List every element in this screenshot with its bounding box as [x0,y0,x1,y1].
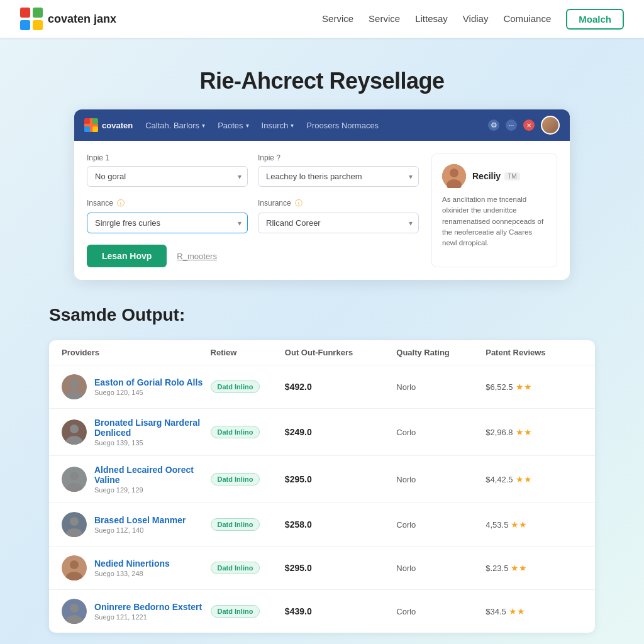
provider-info: Aldned Lecaired Oorect Valine Suego 129,… [94,465,211,494]
svg-point-15 [70,425,79,433]
provider-avatar [62,599,87,624]
form-group-input1: Inpie 1 No goral [87,153,248,187]
quality-cell: Corlo [396,520,486,530]
table-row[interactable]: Easton of Gorial Rolo Alls Suego 120, 14… [49,365,595,409]
provider-avatar [62,374,87,399]
panel-nav-1[interactable]: Paotes ▾ [218,121,248,130]
form-row-1: Inpie 1 No goral Inpie ? Leachey lo ther… [87,153,419,187]
more-icon[interactable]: ··· [506,119,517,131]
provider-cell: Aldned Lecaired Oorect Valine Suego 129,… [62,465,211,494]
input1-select[interactable]: No goral [87,166,248,187]
logo-text: covaten janx [48,13,116,26]
quality-cell: Norlo [396,475,486,484]
provider-name[interactable]: Brased Losel Manmer [94,515,186,525]
review-value: $6,52.5 [486,382,513,392]
nav-item-4[interactable]: Comuiance [503,13,551,24]
table-row[interactable]: Oninrere Bedorno Exstert Suego 121, 1221… [49,590,595,633]
input2-label: Inpie ? [258,153,419,162]
provider-avatar [62,419,87,445]
star-rating: ★★ [509,606,525,616]
provider-sub: Suego 120, 145 [94,389,203,396]
svg-point-18 [70,472,79,480]
insurance1-select[interactable]: Sinrgle fres curies [87,213,248,233]
table-row[interactable]: Brased Losel Manmer Suego 11Z, 140 Datd … [49,503,595,547]
close-icon[interactable]: ✕ [523,119,535,131]
search-panel: covaten Caltah. Barlors ▾ Paotes ▾ Insur… [74,109,570,280]
svg-point-12 [70,379,79,388]
reviews-cell: 4,53.5 ★★ [486,519,582,530]
status-badge: Datd Inlino [211,380,260,393]
col-header-reviews: Patent Reviews [486,348,582,357]
insurance1-select-wrapper: Sinrgle fres curies [87,213,248,233]
form-group-insurance2: Insurance ⓘ Rlicand Coreer [258,198,419,233]
reviews-cell: $34.5 ★★ [486,606,582,616]
price-cell: $439.0 [285,606,396,616]
svg-rect-1 [33,8,43,18]
chevron-icon-0: ▾ [202,122,205,129]
insurance1-label: Insance ⓘ [87,198,248,209]
panel-logo: covaten [84,118,133,132]
provider-sub: Suego 11Z, 140 [94,526,186,534]
status-cell: Datd Inlino [211,605,285,618]
status-badge: Datd Inlino [211,426,260,438]
panel-logo-icon [84,118,98,132]
panel-nav-2[interactable]: Insurch ▾ [262,121,294,130]
table-body: Easton of Gorial Rolo Alls Suego 120, 14… [49,365,595,633]
provider-name[interactable]: Bronated Lisarg Narderal Denliced [94,418,211,438]
status-badge: Datd Inlino [211,562,260,574]
provider-name[interactable]: Aldned Lecaired Oorect Valine [94,465,211,485]
price-cell: $295.0 [285,474,396,484]
panel-nav-0[interactable]: Caltah. Barlors ▾ [145,121,205,130]
input2-select-wrapper: Leachey lo theris parchem [258,166,419,187]
search-button[interactable]: Lesan Hovp [87,245,167,267]
review-value: 4,53.5 [486,520,508,530]
nav-item-1[interactable]: Service [369,13,400,24]
star-rating: ★★ [516,427,532,437]
svg-rect-4 [84,118,90,124]
insurance2-select[interactable]: Rlicand Coreer [258,213,419,233]
panel-controls: ⚙ ··· ✕ [488,116,560,135]
provider-name[interactable]: Nedied Ninertions [94,558,170,569]
review-value: $.23.5 [486,564,508,573]
provider-info: Nedied Ninertions Suego 133, 248 [94,558,170,577]
nav-item-3[interactable]: Vidiay [463,13,489,24]
svg-rect-0 [20,8,30,18]
table-row[interactable]: Nedied Ninertions Suego 133, 248 Datd In… [49,547,595,590]
form-row-2: Insance ⓘ Sinrgle fres curies Insurance [87,198,419,233]
table-row[interactable]: Bronated Lisarg Narderal Denliced Suego … [49,409,595,456]
provider-info: Bronated Lisarg Narderal Denliced Suego … [94,418,211,447]
insurance2-select-wrapper: Rlicand Coreer [258,213,419,233]
insurance2-info-icon: ⓘ [295,199,303,208]
sidebar-badge: TM [504,172,519,180]
svg-point-24 [70,560,79,569]
hero-title: Rie-Ahcrect Reysellage [20,68,624,94]
reset-link[interactable]: R_mooters [177,252,217,261]
provider-avatar [62,555,87,580]
svg-rect-6 [84,126,90,132]
review-value: $4,42.5 [486,475,513,484]
price-cell: $249.0 [285,427,396,437]
star-rating: ★★ [511,519,527,530]
panel-nav-3[interactable]: Proosers Normaces [306,121,379,130]
nav-item-0[interactable]: Service [322,13,353,24]
results-table: Providers Retiew Out Out-Funrkers Qualty… [49,340,595,633]
settings-icon[interactable]: ⚙ [488,119,499,131]
nav-item-2[interactable]: Littesay [415,13,448,24]
svg-point-27 [70,604,79,613]
hero-section: Rie-Ahcrect Reysellage [0,38,644,109]
panel-body: Inpie 1 No goral Inpie ? Leachey lo ther… [74,141,570,280]
sidebar-name-area: Reciliy TM [472,171,520,181]
provider-name[interactable]: Oninrere Bedorno Exstert [94,602,202,612]
provider-sub: Suego 139, 135 [94,439,211,447]
provider-cell: Brased Losel Manmer Suego 11Z, 140 [62,512,211,537]
quality-cell: Corlo [396,607,486,616]
results-title: Ssamde Output: [49,305,595,325]
star-rating: ★★ [511,563,527,573]
table-row[interactable]: Aldned Lecaired Oorect Valine Suego 129,… [49,456,595,503]
provider-name[interactable]: Easton of Gorial Rolo Alls [94,377,203,387]
table-header: Providers Retiew Out Out-Funrkers Qualty… [49,340,595,365]
provider-avatar [62,512,87,537]
cta-button[interactable]: Moalch [566,9,624,30]
input2-select[interactable]: Leachey lo theris parchem [258,166,419,187]
provider-sub: Suego 121, 1221 [94,613,202,621]
